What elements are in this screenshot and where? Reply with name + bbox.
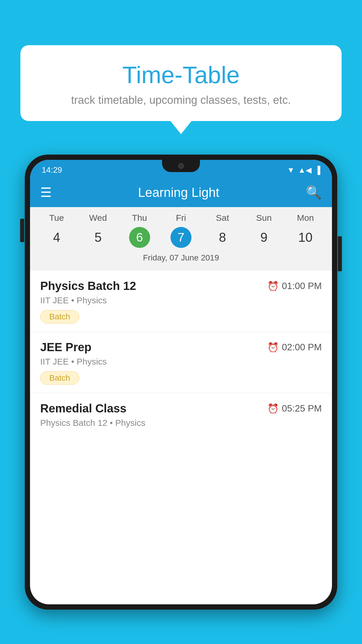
clock-icon-3: ⏰ <box>267 403 279 414</box>
schedule-item-3-header: Remedial Class ⏰ 05:25 PM <box>40 402 322 415</box>
phone-content: 14:29 ▼ ▲◀ ▐ ☰ Learning Light 🔍 <box>30 160 332 604</box>
status-icons: ▼ ▲◀ ▐ <box>287 166 320 175</box>
day-wrapper-mon[interactable]: 10 <box>285 226 326 249</box>
app-bar: ☰ Learning Light 🔍 <box>30 178 332 207</box>
schedule-meta-3: Physics Batch 12 • Physics <box>40 418 322 428</box>
schedule-title-2: JEE Prep <box>40 341 92 354</box>
day-header-sat: Sat <box>202 213 243 226</box>
menu-icon[interactable]: ☰ <box>40 186 52 199</box>
phone-notch <box>162 160 200 172</box>
schedule-time-3: ⏰ 05:25 PM <box>267 403 322 414</box>
clock-icon-2: ⏰ <box>267 342 279 353</box>
bubble-title: Time-Table <box>38 61 324 89</box>
schedule-time-1: ⏰ 01:00 PM <box>267 281 322 292</box>
day-num-5[interactable]: 5 <box>77 226 119 249</box>
front-camera <box>178 163 184 169</box>
wifi-icon: ▼ <box>287 166 295 175</box>
schedule-title-3: Remedial Class <box>40 402 126 415</box>
schedule-time-value-2: 02:00 PM <box>282 342 322 353</box>
day-num-7-selected[interactable]: 7 <box>171 227 191 248</box>
schedule-item-2[interactable]: JEE Prep ⏰ 02:00 PM IIT JEE • Physics Ba… <box>30 332 332 393</box>
speech-bubble-container: Time-Table track timetable, upcoming cla… <box>20 45 342 121</box>
schedule-item-1[interactable]: Physics Batch 12 ⏰ 01:00 PM IIT JEE • Ph… <box>30 271 332 332</box>
day-header-thu: Thu <box>119 213 160 226</box>
search-icon[interactable]: 🔍 <box>306 185 322 200</box>
day-header-tue: Tue <box>36 213 77 226</box>
schedule-time-value-3: 05:25 PM <box>282 403 322 414</box>
bubble-subtitle: track timetable, upcoming classes, tests… <box>38 94 324 106</box>
status-time: 14:29 <box>42 165 62 175</box>
day-num-6-today[interactable]: 6 <box>129 227 150 248</box>
day-header-sun: Sun <box>243 213 284 226</box>
day-headers: Tue Wed Thu Fri Sat Sun Mon <box>30 213 332 226</box>
schedule-meta-2: IIT JEE • Physics <box>40 357 322 367</box>
day-header-fri: Fri <box>160 213 202 226</box>
schedule-time-2: ⏰ 02:00 PM <box>267 342 322 353</box>
schedule-meta-1: IIT JEE • Physics <box>40 295 322 305</box>
day-wrapper-sun[interactable]: 9 <box>243 226 284 249</box>
schedule-title-1: Physics Batch 12 <box>40 279 136 293</box>
schedule-item-2-header: JEE Prep ⏰ 02:00 PM <box>40 341 322 354</box>
signal-icon: ▲◀ <box>298 166 312 175</box>
day-wrapper-thu[interactable]: 6 <box>119 227 160 248</box>
batch-badge-1: Batch <box>40 310 79 323</box>
day-num-8[interactable]: 8 <box>202 226 243 249</box>
day-wrapper-fri[interactable]: 7 <box>160 227 202 248</box>
schedule-item-1-header: Physics Batch 12 ⏰ 01:00 PM <box>40 279 322 293</box>
day-wrapper-tue[interactable]: 4 <box>36 226 77 249</box>
selected-date: Friday, 07 June 2019 <box>30 249 332 268</box>
schedule-item-3[interactable]: Remedial Class ⏰ 05:25 PM Physics Batch … <box>30 393 332 441</box>
day-num-10[interactable]: 10 <box>285 226 326 249</box>
schedule-time-value-1: 01:00 PM <box>282 281 322 291</box>
clock-icon-1: ⏰ <box>267 281 279 292</box>
day-wrapper-sat[interactable]: 8 <box>202 226 243 249</box>
calendar-strip: Tue Wed Thu Fri Sat Sun Mon 4 5 <box>30 207 332 271</box>
phone-screen: 14:29 ▼ ▲◀ ▐ ☰ Learning Light 🔍 <box>30 160 332 604</box>
day-wrapper-wed[interactable]: 5 <box>77 226 119 249</box>
phone-container: 14:29 ▼ ▲◀ ▐ ☰ Learning Light 🔍 <box>25 155 337 644</box>
day-num-4[interactable]: 4 <box>36 226 77 249</box>
batch-badge-2: Batch <box>40 371 79 385</box>
schedule-list: Physics Batch 12 ⏰ 01:00 PM IIT JEE • Ph… <box>30 271 332 604</box>
phone-outer: 14:29 ▼ ▲◀ ▐ ☰ Learning Light 🔍 <box>25 155 337 610</box>
day-header-mon: Mon <box>285 213 326 226</box>
day-header-wed: Wed <box>77 213 119 226</box>
day-numbers: 4 5 6 7 8 <box>30 226 332 249</box>
speech-bubble: Time-Table track timetable, upcoming cla… <box>20 45 342 121</box>
battery-icon: ▐ <box>315 166 320 175</box>
app-title: Learning Light <box>60 185 297 200</box>
day-num-9[interactable]: 9 <box>243 226 284 249</box>
